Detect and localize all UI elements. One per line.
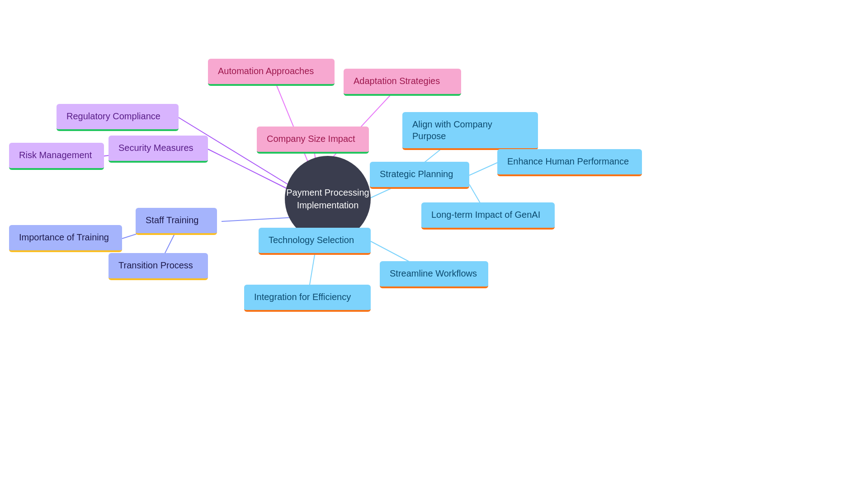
strategic-planning[interactable]: Strategic Planning xyxy=(370,162,469,189)
center-label: Payment Processing Implementation xyxy=(285,186,371,211)
regulatory-compliance[interactable]: Regulatory Compliance xyxy=(57,104,179,131)
staff-training[interactable]: Staff Training xyxy=(136,208,217,235)
technology-selection[interactable]: Technology Selection xyxy=(259,228,371,255)
adaptation-strategies[interactable]: Adaptation Strategies xyxy=(344,69,461,96)
align-with-company-purpose[interactable]: Align with Company Purpose xyxy=(402,112,538,150)
svg-line-0 xyxy=(271,72,312,172)
importance-of-training[interactable]: Importance of Training xyxy=(9,225,122,252)
risk-management[interactable]: Risk Management xyxy=(9,143,104,170)
transition-process[interactable]: Transition Process xyxy=(108,253,208,280)
enhance-human-performance[interactable]: Enhance Human Performance xyxy=(497,149,642,176)
company-size-impact[interactable]: Company Size Impact xyxy=(257,127,369,154)
svg-line-14 xyxy=(469,163,497,175)
streamline-workflows[interactable]: Streamline Workflows xyxy=(380,261,488,288)
svg-line-4 xyxy=(208,149,289,190)
automation-approaches[interactable]: Automation Approaches xyxy=(208,59,335,86)
integration-for-efficiency[interactable]: Integration for Efficiency xyxy=(244,285,371,312)
long-term-impact-of-genai[interactable]: Long-term Impact of GenAI xyxy=(421,202,555,230)
security-measures[interactable]: Security Measures xyxy=(108,136,208,163)
